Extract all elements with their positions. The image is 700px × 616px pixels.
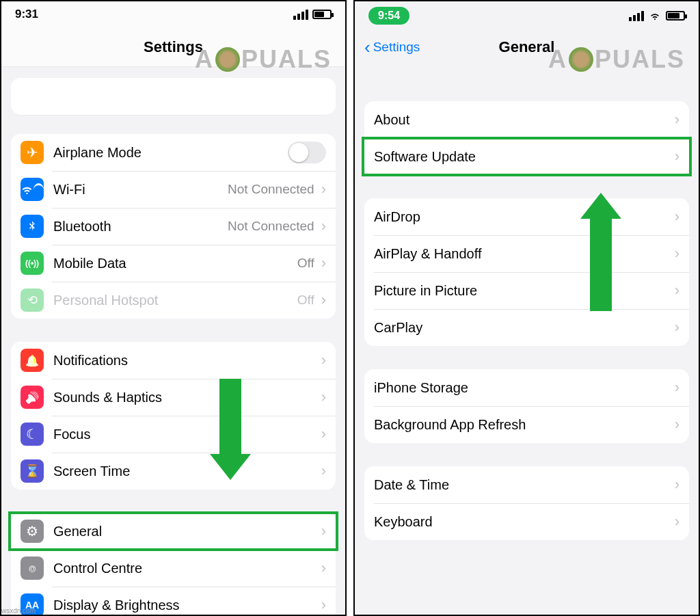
row-notifications[interactable]: Notifications › — [11, 342, 336, 379]
row-iphone-storage[interactable]: iPhone Storage › — [364, 369, 689, 406]
row-date-time[interactable]: Date & Time › — [364, 466, 689, 503]
settings-content[interactable]: Airplane Mode Wi-Fi Not Connected › Blue… — [1, 67, 345, 615]
chevron-right-icon: › — [675, 514, 679, 529]
row-general[interactable]: General › — [11, 513, 336, 550]
wifi-icon — [21, 178, 44, 201]
chevron-right-icon: › — [321, 427, 326, 442]
row-label: iPhone Storage — [374, 380, 675, 396]
row-mobile-data[interactable]: Mobile Data Off › — [11, 245, 336, 282]
row-value: Off — [297, 256, 314, 271]
chevron-right-icon: › — [675, 246, 679, 261]
row-label: Screen Time — [53, 464, 321, 479]
back-button[interactable]: ‹ Settings — [364, 38, 420, 56]
row-label: General — [53, 524, 321, 539]
battery-icon — [666, 11, 685, 21]
sliders-icon — [21, 557, 44, 580]
airplane-icon — [21, 141, 44, 164]
antenna-icon — [21, 252, 44, 275]
bluetooth-icon — [21, 215, 44, 238]
row-label: Sounds & Haptics — [53, 390, 321, 405]
row-label: Date & Time — [374, 477, 675, 493]
row-carplay[interactable]: CarPlay › — [364, 309, 689, 346]
row-display-brightness[interactable]: Display & Brightness › — [11, 587, 336, 615]
nav-bar: Settings — [1, 27, 345, 67]
airplane-toggle[interactable] — [288, 142, 326, 163]
row-control-centre[interactable]: Control Centre › — [11, 550, 336, 587]
row-wifi[interactable]: Wi-Fi Not Connected › — [11, 171, 336, 208]
status-indicators — [293, 10, 332, 20]
row-label: AirDrop — [374, 209, 675, 225]
row-about[interactable]: About › — [364, 101, 689, 138]
chevron-right-icon: › — [321, 524, 326, 539]
wifi-icon — [648, 10, 662, 21]
row-personal-hotspot[interactable]: Personal Hotspot Off › — [11, 282, 336, 319]
chevron-right-icon: › — [675, 112, 679, 127]
row-focus[interactable]: Focus › — [11, 416, 336, 453]
row-background-app-refresh[interactable]: Background App Refresh › — [364, 406, 689, 443]
row-value: Not Connected — [228, 182, 314, 197]
row-airplay-handoff[interactable]: AirPlay & Handoff › — [364, 235, 689, 272]
chevron-right-icon: › — [321, 390, 326, 405]
row-label: AirPlay & Handoff — [374, 246, 675, 262]
back-label: Settings — [373, 40, 420, 55]
row-label: Display & Brightness — [53, 598, 321, 613]
bell-icon — [21, 349, 44, 372]
status-bar: 9:54 — [355, 1, 699, 27]
signal-icon — [293, 10, 308, 20]
link-icon — [21, 289, 44, 312]
chevron-right-icon: › — [675, 380, 679, 395]
row-label: Wi-Fi — [53, 182, 228, 198]
row-airplane-mode[interactable]: Airplane Mode — [11, 134, 336, 171]
row-sounds-haptics[interactable]: Sounds & Haptics › — [11, 379, 336, 416]
row-label: Control Centre — [53, 561, 321, 576]
chevron-right-icon: › — [321, 464, 326, 479]
section-sharing: AirDrop › AirPlay & Handoff › Picture in… — [364, 198, 689, 346]
status-bar: 9:31 — [1, 1, 345, 27]
phone-settings: 9:31 Settings APUALS Airplane Mode Wi-Fi… — [0, 0, 347, 616]
phone-general: 9:54 ‹ Settings General APUALS About › S… — [353, 0, 700, 616]
row-label: Software Update — [374, 149, 675, 165]
row-label: Keyboard — [374, 514, 675, 530]
row-label: Bluetooth — [53, 219, 228, 235]
section-connectivity: Airplane Mode Wi-Fi Not Connected › Blue… — [11, 134, 336, 319]
chevron-right-icon: › — [675, 417, 679, 432]
status-time-pill: 9:54 — [368, 7, 409, 25]
row-picture-in-picture[interactable]: Picture in Picture › — [364, 272, 689, 309]
section-storage: iPhone Storage › Background App Refresh … — [364, 369, 689, 443]
row-label: Picture in Picture — [374, 283, 675, 299]
chevron-right-icon: › — [321, 353, 326, 368]
nav-bar: ‹ Settings General — [355, 27, 699, 67]
row-airdrop[interactable]: AirDrop › — [364, 198, 689, 235]
section-about-update: About › Software Update › — [364, 101, 689, 175]
row-label: Mobile Data — [53, 256, 297, 271]
status-indicators — [629, 10, 685, 21]
section-attention: Notifications › Sounds & Haptics › Focus… — [11, 342, 336, 490]
source-label: wsxdn.com — [1, 607, 36, 615]
hourglass-icon — [21, 459, 44, 483]
row-label: About — [374, 112, 675, 128]
row-label: Personal Hotspot — [53, 293, 297, 308]
speaker-icon — [21, 386, 44, 409]
row-label: Focus — [53, 427, 321, 442]
chevron-right-icon: › — [321, 598, 326, 613]
chevron-right-icon: › — [321, 219, 326, 234]
chevron-right-icon: › — [675, 209, 679, 224]
row-bluetooth[interactable]: Bluetooth Not Connected › — [11, 208, 336, 245]
row-label: CarPlay — [374, 320, 675, 336]
chevron-right-icon: › — [321, 182, 326, 197]
section-locale: Date & Time › Keyboard › — [364, 466, 689, 540]
battery-icon — [312, 10, 332, 19]
row-label: Airplane Mode — [53, 145, 288, 161]
general-content[interactable]: About › Software Update › AirDrop › AirP… — [355, 67, 699, 615]
row-software-update[interactable]: Software Update › — [364, 138, 689, 175]
chevron-right-icon: › — [675, 320, 679, 335]
section-system: General › Control Centre › Display & Bri… — [11, 513, 336, 615]
status-time: 9:31 — [15, 8, 38, 21]
row-screen-time[interactable]: Screen Time › — [11, 453, 336, 490]
row-keyboard[interactable]: Keyboard › — [364, 503, 689, 540]
row-label: Background App Refresh — [374, 417, 675, 433]
chevron-right-icon: › — [675, 149, 679, 164]
row-value: Not Connected — [228, 219, 314, 234]
gear-icon — [21, 520, 44, 543]
profile-card[interactable] — [11, 78, 336, 115]
